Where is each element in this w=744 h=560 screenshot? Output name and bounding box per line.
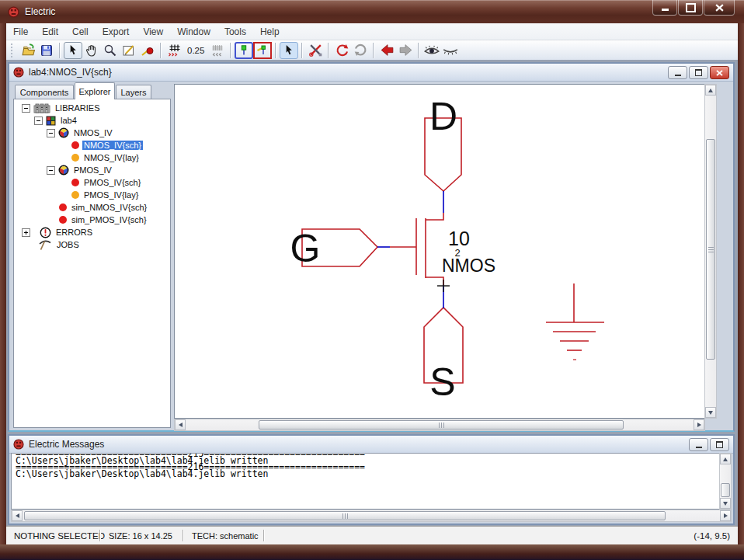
title-bar[interactable]: Electric	[0, 0, 744, 23]
expand-cells-button[interactable]	[332, 42, 351, 59]
drain-export-label[interactable]: D	[423, 97, 464, 136]
edit-window-title-bar[interactable]: lab4:NMOS_IV{sch}	[9, 64, 733, 82]
edit-close-button[interactable]	[710, 66, 729, 79]
scroll-left-button[interactable]	[12, 510, 23, 521]
explorer-tree: LIBRARIES lab4 NMOS_IV NMOS_IV{sch} NMOS…	[13, 99, 171, 428]
grid-spacing-value: 0.25	[187, 46, 204, 55]
floppy-icon	[40, 43, 54, 57]
source-export-label[interactable]: S	[422, 363, 463, 402]
tree-item-libraries[interactable]: LIBRARIES	[14, 102, 170, 114]
messages-hscrollbar[interactable]	[11, 510, 732, 522]
status-separator	[263, 530, 265, 541]
maximize-button[interactable]	[678, 0, 703, 16]
close-button[interactable]	[704, 0, 735, 16]
messages-restore-button[interactable]	[710, 438, 729, 451]
gate-export-label[interactable]: G	[285, 229, 325, 268]
collapse-icon[interactable]	[22, 104, 30, 113]
grid-alt-button[interactable]	[208, 42, 227, 59]
scroll-right-button[interactable]	[694, 419, 704, 430]
tree-item-pmos-iv-lay[interactable]: PMOS_IV{lay}	[14, 189, 170, 201]
pan-tool-button[interactable]	[82, 42, 101, 59]
messages-title-bar[interactable]: Electric Messages	[9, 436, 733, 454]
up-arrow-icon	[723, 457, 728, 461]
tree-item-pmos-iv-group[interactable]: PMOS_IV	[14, 164, 170, 176]
toolbar-grip[interactable]	[11, 43, 15, 57]
nmos-transistor[interactable]	[390, 213, 443, 285]
transistor-device-label[interactable]: NMOS	[442, 257, 495, 275]
menu-view[interactable]: View	[136, 26, 170, 37]
toolbar: 0.25	[6, 40, 738, 60]
menu-file[interactable]: File	[6, 26, 35, 37]
menu-export[interactable]: Export	[96, 26, 137, 37]
scroll-down-button[interactable]	[720, 498, 731, 509]
visibility-on-button[interactable]	[422, 42, 441, 59]
tree-item-nmos-iv-sch[interactable]: NMOS_IV{sch}	[14, 139, 170, 151]
messages-minimize-button[interactable]	[689, 438, 708, 451]
tree-item-sim-pmos-iv-sch[interactable]: sim_PMOS_IV{sch}	[14, 214, 170, 226]
tree-item-label: sim_NMOS_IV{sch}	[70, 203, 148, 212]
ground-symbol[interactable]	[546, 283, 604, 360]
save-button[interactable]	[37, 42, 56, 59]
schematic-canvas[interactable]: D G S 10 2 NMOS	[174, 84, 705, 419]
toolbar-separator	[230, 43, 231, 58]
zoom-tool-button[interactable]	[101, 42, 120, 59]
tab-layers[interactable]: Layers	[116, 85, 151, 99]
outline-edit-button[interactable]	[120, 42, 138, 59]
back-button[interactable]	[377, 42, 396, 59]
scroll-up-button[interactable]	[720, 454, 731, 464]
expand-icon[interactable]	[22, 228, 30, 237]
tree-item-label: lab4	[59, 116, 78, 125]
canvas-vscrollbar[interactable]	[704, 84, 717, 419]
maximize-icon	[686, 3, 696, 12]
visibility-off-button[interactable]	[441, 42, 460, 59]
open-button[interactable]	[19, 42, 37, 59]
collapse-icon[interactable]	[34, 117, 43, 125]
hscroll-thumb[interactable]	[259, 420, 624, 430]
tree-item-lab4[interactable]: lab4	[14, 114, 170, 127]
grid-toggle-button[interactable]	[165, 42, 183, 59]
menu-cell[interactable]: Cell	[65, 26, 96, 37]
tree-item-nmos-iv-group[interactable]: NMOS_IV	[14, 127, 170, 139]
tree-item-sim-nmos-iv-sch[interactable]: sim_NMOS_IV{sch}	[14, 201, 170, 214]
scroll-left-button[interactable]	[175, 419, 186, 430]
scroll-up-button[interactable]	[705, 85, 716, 96]
tab-explorer[interactable]: Explorer	[75, 82, 115, 99]
tree-item-jobs[interactable]: JOBS	[14, 238, 170, 251]
pin-text-toggle-button[interactable]	[235, 42, 253, 59]
collapse-cells-button[interactable]	[351, 42, 370, 59]
edit-restore-button[interactable]	[689, 66, 708, 79]
console-line: C:\Users\jbaker\Desktop\lab4\lab4.jelib …	[16, 468, 731, 481]
options-button[interactable]	[306, 42, 325, 59]
tree-item-nmos-iv-lay[interactable]: NMOS_IV{lay}	[14, 151, 170, 164]
select-objects-button[interactable]	[280, 42, 298, 59]
minimize-icon	[696, 447, 702, 448]
tree-item-pmos-iv-sch[interactable]: PMOS_IV{sch}	[14, 176, 170, 189]
vscroll-thumb[interactable]	[706, 139, 715, 360]
scroll-right-button[interactable]	[720, 510, 731, 521]
measure-tool-button[interactable]	[138, 42, 157, 59]
menu-tools[interactable]: Tools	[217, 26, 253, 37]
menu-window[interactable]: Window	[170, 26, 217, 37]
right-arrow-icon	[697, 423, 701, 427]
status-size: SIZE: 16 x 14.25	[101, 531, 183, 541]
thumb-grip	[342, 513, 348, 519]
collapse-icon[interactable]	[47, 166, 55, 175]
messages-vscrollbar[interactable]	[719, 453, 732, 510]
minimize-button[interactable]	[652, 0, 677, 16]
status-cursor-coords: (-14, 9.5)	[686, 531, 738, 541]
tree-item-errors[interactable]: ERRORS	[14, 226, 170, 238]
edit-minimize-button[interactable]	[668, 66, 687, 79]
menu-help[interactable]: Help	[253, 26, 287, 37]
messages-console[interactable]: ================================215=====…	[11, 453, 732, 510]
select-tool-button[interactable]	[64, 42, 82, 59]
pin-body-toggle-button[interactable]	[253, 42, 272, 59]
canvas-hscrollbar[interactable]	[174, 419, 705, 431]
vscroll-thumb[interactable]	[721, 483, 730, 497]
transistor-width-value[interactable]: 10	[445, 229, 473, 249]
tab-components[interactable]: Components	[15, 85, 74, 99]
scroll-down-button[interactable]	[705, 407, 716, 418]
forward-button[interactable]	[396, 42, 415, 59]
collapse-icon[interactable]	[47, 129, 55, 137]
menu-edit[interactable]: Edit	[35, 26, 65, 37]
hscroll-thumb[interactable]	[24, 511, 666, 520]
